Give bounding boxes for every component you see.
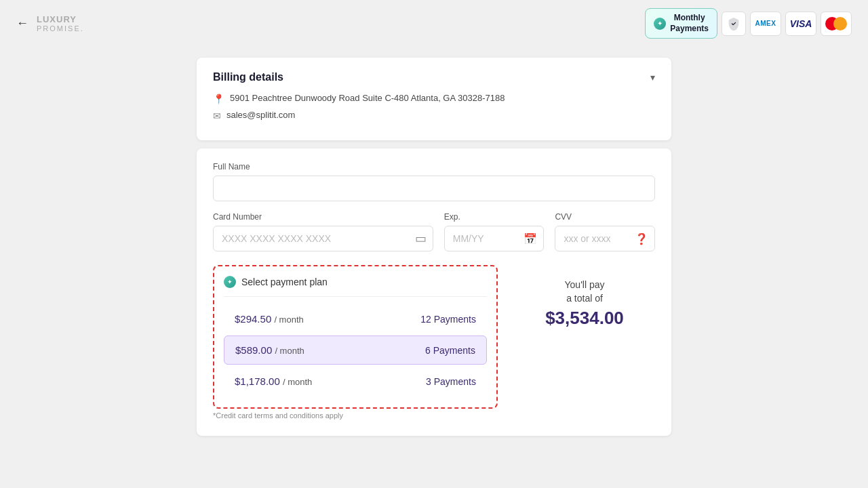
content-wrapper: Billing details ▾ 📍 5901 Peachtree Dunwo… — [197, 58, 671, 477]
plan-6-period: / month — [275, 346, 304, 356]
cvv-section: CVV ❓ — [555, 212, 655, 251]
exp-label: Exp. — [444, 212, 545, 222]
plan-3-count: 3 Payments — [426, 376, 476, 387]
plan-header-icon: ✦ — [224, 276, 236, 288]
billing-email-row: ✉ sales@splitit.com — [213, 110, 655, 121]
full-name-input[interactable] — [213, 176, 655, 201]
billing-address-row: 📍 5901 Peachtree Dunwoody Road Suite C-4… — [213, 93, 655, 104]
full-name-section: Full Name — [213, 162, 655, 201]
visa-card-icon: VISA — [785, 12, 816, 36]
payment-form-card: Full Name Card Number ▭ Exp. 📅 — [197, 148, 671, 436]
card-type-icon: ▭ — [415, 231, 427, 246]
plan-header-text: Select payment plan — [241, 277, 328, 287]
shield-badge — [722, 12, 746, 36]
billing-header: Billing details ▾ — [213, 71, 655, 83]
payment-plan-outer: ✦ Select payment plan $294.50 / month 12… — [213, 265, 655, 409]
footer-note: *Credit card terms and conditions apply — [213, 409, 655, 422]
brand-name: LUXURY — [37, 14, 84, 25]
plan-12-count: 12 Payments — [420, 314, 476, 325]
mc-orange-circle — [833, 17, 847, 30]
total-summary: You'll pay a total of $3,534.00 — [514, 265, 655, 342]
visa-label: VISA — [790, 18, 812, 29]
card-number-wrap: ▭ — [213, 226, 433, 251]
card-number-input[interactable] — [213, 226, 433, 251]
amex-label: AMEX — [755, 20, 776, 27]
shield-icon — [727, 17, 741, 30]
mastercard-circles — [825, 17, 847, 30]
card-fields-row: Card Number ▭ Exp. 📅 CVV — [213, 212, 655, 251]
back-button[interactable]: ← — [16, 16, 28, 30]
billing-title: Billing details — [213, 71, 283, 83]
expiry-section: Exp. 📅 — [444, 212, 545, 251]
billing-email: sales@splitit.com — [226, 110, 295, 120]
total-label-line2: a total of — [566, 292, 603, 306]
calendar-icon: 📅 — [524, 232, 537, 245]
main-content: Billing details ▾ 📍 5901 Peachtree Dunwo… — [0, 47, 868, 488]
plan-12-amount: $294.50 / month — [235, 313, 304, 325]
header: ← LUXURY PROMISE. ✦ MonthlyPayments AMEX… — [0, 0, 868, 47]
total-amount: $3,534.00 — [545, 308, 624, 329]
location-icon: 📍 — [213, 94, 224, 104]
plan-3-amount: $1,178.00 / month — [235, 375, 312, 387]
monthly-payments-button[interactable]: ✦ MonthlyPayments — [645, 8, 717, 39]
payment-plan-selector: ✦ Select payment plan $294.50 / month 12… — [213, 265, 498, 409]
cvv-help-icon: ❓ — [635, 232, 648, 245]
brand-logo: LUXURY PROMISE. — [37, 14, 84, 33]
plan-6-amount: $589.00 / month — [235, 344, 304, 356]
cvv-field-wrap: ❓ — [555, 226, 655, 251]
exp-field-wrap: 📅 — [444, 226, 545, 251]
plan-header: ✦ Select payment plan — [224, 276, 487, 288]
card-number-label: Card Number — [213, 212, 433, 222]
billing-collapse-button[interactable]: ▾ — [650, 72, 655, 83]
monthly-payments-label: MonthlyPayments — [670, 13, 709, 34]
email-icon: ✉ — [213, 110, 221, 121]
header-left: ← LUXURY PROMISE. — [16, 14, 84, 33]
plan-option-6[interactable]: $589.00 / month 6 Payments — [224, 336, 487, 365]
billing-address: 5901 Peachtree Dunwoody Road Suite C-480… — [230, 93, 505, 103]
amex-card-icon: AMEX — [750, 12, 781, 36]
card-number-section: Card Number ▭ — [213, 212, 433, 251]
plan-3-period: / month — [283, 377, 312, 387]
plan-divider — [224, 296, 487, 297]
brand-sub: PROMISE. — [37, 24, 84, 33]
plan-option-12[interactable]: $294.50 / month 12 Payments — [224, 305, 487, 333]
plan-option-3[interactable]: $1,178.00 / month 3 Payments — [224, 367, 487, 395]
header-right: ✦ MonthlyPayments AMEX VISA — [645, 8, 852, 39]
cvv-label: CVV — [555, 212, 655, 222]
splitit-icon: ✦ — [654, 18, 666, 30]
mastercard-icon — [821, 12, 852, 36]
plan-12-period: / month — [274, 314, 303, 325]
billing-details-card: Billing details ▾ 📍 5901 Peachtree Dunwo… — [197, 58, 671, 140]
total-label-line1: You'll pay — [565, 279, 605, 292]
full-name-label: Full Name — [213, 162, 655, 171]
plan-6-count: 6 Payments — [425, 345, 475, 356]
